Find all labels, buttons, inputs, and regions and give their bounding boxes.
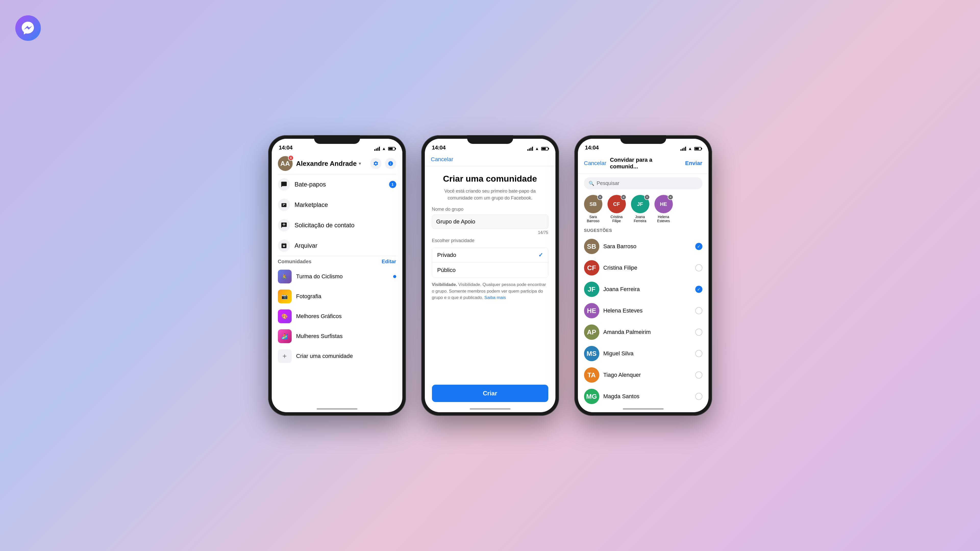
phone-3-inner: 14:04 ▲ Cancelar Convidar (578, 139, 708, 412)
create-plus-icon: + (278, 349, 292, 363)
wifi-3: ▲ (688, 146, 692, 151)
sel-name-sara: SaraBarroso (587, 215, 599, 223)
checkbox-helena[interactable] (695, 307, 702, 314)
status-icons-1: ▲ (374, 146, 395, 151)
avatar-helena: HE (584, 303, 599, 318)
battery-3 (694, 147, 702, 151)
name-sara: Sara Barroso (603, 243, 691, 250)
nav-chats[interactable]: Bate-papos 1 (272, 174, 402, 195)
create-community-btn[interactable]: + Criar uma comunidade (272, 346, 402, 366)
phone-2: 14:04 ▲ Cancelar (421, 135, 559, 416)
community-name-foto: Fotografia (296, 293, 396, 300)
signal-2 (527, 147, 533, 151)
person-amanda[interactable]: AP Amanda Palmeirim (578, 321, 708, 343)
invite-header: Cancelar Convidar para a comunid... Envi… (578, 153, 708, 174)
group-name-input[interactable] (432, 214, 548, 229)
phone-2-inner: 14:04 ▲ Cancelar (425, 139, 555, 412)
privacy-public-label: Público (438, 267, 456, 273)
avatar-joana: JF (584, 282, 599, 297)
community-graficos[interactable]: 🎨 Melhores Gráficos (272, 306, 402, 326)
name-amanda: Amanda Palmeirim (603, 329, 691, 335)
checkbox-cristina[interactable] (695, 264, 702, 272)
search-bar-3[interactable]: 🔍 Pesquisar (584, 177, 702, 189)
selected-joana: JF ✕ JoanaFerreira (631, 195, 649, 223)
modal-header-2: Cancelar (425, 153, 555, 166)
avatar-amanda: AP (584, 324, 599, 340)
person-joana[interactable]: JF Joana Ferreira ✓ (578, 279, 708, 300)
nav-marketplace[interactable]: Marketplace (272, 195, 402, 215)
phone-1-inner: 14:04 ▲ A (272, 139, 402, 412)
visibility-text: Visibilidade. Visibilidade. Qualquer pes… (432, 282, 546, 300)
contact-requests-icon (278, 219, 290, 231)
info-button[interactable] (385, 158, 396, 169)
community-ciclismo[interactable]: 🚴 Turma do Ciclismo (272, 267, 402, 286)
phone-3: 14:04 ▲ Cancelar Convidar (574, 135, 712, 416)
checkbox-miguel[interactable] (695, 350, 702, 357)
visibility-section: Visibilidade. Visibilidade. Qualquer pes… (425, 278, 555, 305)
wifi-1: ▲ (382, 146, 386, 151)
create-button[interactable]: Criar (432, 385, 548, 402)
privacy-private-label: Privado (438, 252, 457, 259)
nav-archive[interactable]: Arquivar (272, 235, 402, 256)
sel-name-helena: HelenaEsteves (657, 215, 670, 223)
cancel-btn-2[interactable]: Cancelar (431, 156, 453, 162)
person-tiago[interactable]: TA Tiago Alenquer (578, 364, 708, 386)
remove-cristina[interactable]: ✕ (621, 194, 626, 200)
name-joana: Joana Ferreira (603, 286, 691, 292)
name-miguel: Miguel Silva (603, 350, 691, 357)
invite-title: Convidar para a comunid... (610, 157, 682, 170)
settings-button[interactable] (370, 158, 382, 169)
remove-helena[interactable]: ✕ (668, 194, 673, 200)
modal-subtitle-2: Você está criando seu primeiro bate-papo… (432, 188, 548, 202)
learn-more-link[interactable]: Saiba mais (485, 295, 506, 300)
time-1: 14:04 (279, 144, 293, 151)
person-magda[interactable]: MG Magda Santos (578, 386, 708, 407)
community-surfistas[interactable]: 🏄 Mulheres Surfistas (272, 326, 402, 346)
privacy-private[interactable]: Privado ✓ (432, 248, 548, 262)
checkbox-magda[interactable] (695, 393, 702, 400)
archive-icon (278, 240, 290, 252)
nav-contact-requests[interactable]: Solicitação de contato (272, 215, 402, 235)
remove-sara[interactable]: ✕ (597, 194, 603, 200)
time-2: 14:04 (432, 144, 446, 151)
person-helena[interactable]: HE Helena Esteves (578, 300, 708, 321)
marketplace-label: Marketplace (295, 201, 396, 208)
visibility-bold: Visibilidade. (432, 282, 457, 287)
notch-3 (620, 135, 666, 144)
notch-2 (467, 135, 513, 144)
messenger-logo (15, 15, 41, 41)
avatar-sara: SB (584, 239, 599, 254)
profile-header[interactable]: AA 4 Alexandre Andrade ▾ (272, 153, 402, 174)
create-community-label: Criar uma comunidade (296, 353, 353, 359)
communities-header: Comunidades Editar (272, 256, 402, 267)
chats-label: Bate-papos (295, 181, 385, 188)
signal-3 (681, 147, 686, 151)
privacy-private-check: ✓ (538, 252, 543, 259)
send-btn[interactable]: Enviar (685, 160, 702, 167)
communities-edit-btn[interactable]: Editar (382, 259, 396, 265)
person-miguel[interactable]: MS Miguel Silva (578, 343, 708, 364)
marketplace-icon (278, 199, 290, 211)
header-icons (370, 158, 396, 169)
profile-name: Alexandre Andrade (296, 160, 357, 168)
privacy-public[interactable]: Público (432, 262, 548, 278)
chevron-down-icon[interactable]: ▾ (359, 161, 361, 166)
community-avatar-ciclismo: 🚴 (278, 270, 292, 283)
community-foto[interactable]: 📷 Fotografia (272, 286, 402, 306)
selected-sara: SB ✕ SaraBarroso (584, 195, 602, 223)
status-icons-3: ▲ (681, 146, 702, 151)
checkbox-amanda[interactable] (695, 329, 702, 336)
time-3: 14:04 (585, 144, 599, 151)
person-cristina[interactable]: CF Cristina Filipe (578, 257, 708, 279)
cancel-btn-3[interactable]: Cancelar (584, 160, 606, 167)
chats-badge: 1 (389, 181, 396, 188)
contact-requests-label: Solicitação de contato (295, 222, 396, 229)
checkbox-tiago[interactable] (695, 372, 702, 379)
checkbox-joana[interactable]: ✓ (695, 286, 702, 293)
status-icons-2: ▲ (527, 146, 548, 151)
remove-joana[interactable]: ✕ (644, 194, 650, 200)
person-sara[interactable]: SB Sara Barroso ✓ (578, 236, 708, 257)
avatar-wrap: AA 4 (278, 156, 293, 171)
privacy-options: Privado ✓ Público (432, 248, 548, 278)
checkbox-sara[interactable]: ✓ (695, 243, 702, 250)
